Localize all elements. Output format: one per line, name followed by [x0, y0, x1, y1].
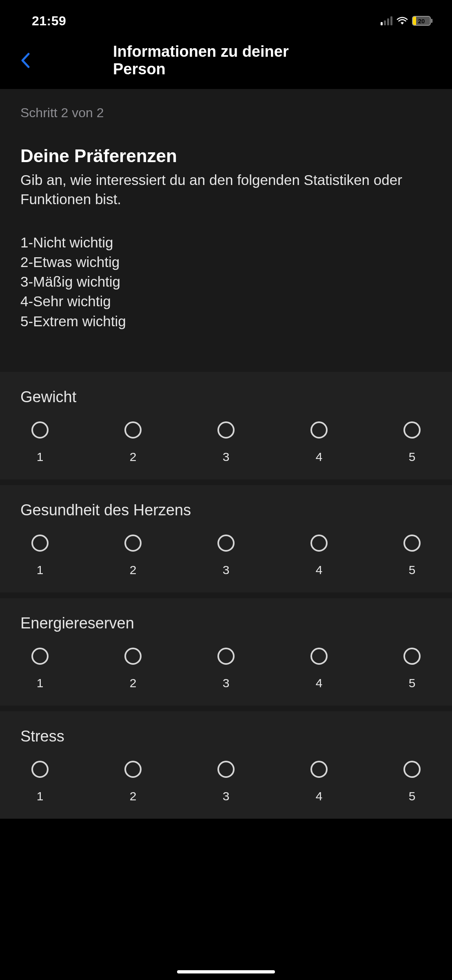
radio-circle-icon — [217, 648, 235, 665]
radio-option-3[interactable]: 3 — [211, 761, 241, 803]
radio-option-1[interactable]: 1 — [25, 648, 55, 690]
radio-circle-icon — [31, 648, 49, 665]
questions-list: Gewicht 1 2 3 4 — [0, 372, 452, 819]
radio-label: 1 — [37, 563, 44, 577]
question-label: Energiereserven — [20, 615, 432, 632]
radio-circle-icon — [124, 761, 142, 778]
radio-label: 2 — [130, 450, 137, 464]
radio-label: 1 — [37, 789, 44, 803]
radio-option-2[interactable]: 2 — [118, 535, 148, 577]
wifi-icon — [397, 16, 408, 25]
radio-label: 1 — [37, 676, 44, 690]
radio-label: 3 — [223, 789, 230, 803]
radio-circle-icon — [403, 535, 421, 552]
scale-item-1: 1-Nicht wichtig — [20, 233, 432, 252]
content: Schritt 2 von 2 Deine Präferenzen Gib an… — [0, 89, 452, 819]
radio-label: 2 — [130, 789, 137, 803]
status-bar: 21:59 20 — [0, 0, 452, 37]
cellular-signal-icon — [381, 16, 392, 25]
radio-label: 2 — [130, 563, 137, 577]
radio-circle-icon — [124, 535, 142, 552]
radio-circle-icon — [310, 761, 328, 778]
radio-circle-icon — [124, 421, 142, 439]
question-label: Gewicht — [20, 388, 432, 406]
radio-option-4[interactable]: 4 — [304, 421, 334, 464]
radio-label: 4 — [316, 450, 323, 464]
intro-section: Schritt 2 von 2 Deine Präferenzen Gib an… — [0, 89, 452, 372]
radio-circle-icon — [310, 421, 328, 439]
radio-circle-icon — [403, 648, 421, 665]
radio-row: 1 2 3 4 5 — [20, 761, 432, 803]
radio-option-5[interactable]: 5 — [397, 421, 427, 464]
nav-header: Informationen zu deiner Person — [0, 37, 452, 89]
scale-item-4: 4-Sehr wichtig — [20, 292, 432, 311]
radio-label: 3 — [223, 563, 230, 577]
radio-option-4[interactable]: 4 — [304, 648, 334, 690]
radio-option-4[interactable]: 4 — [304, 761, 334, 803]
scale-item-2: 2-Etwas wichtig — [20, 252, 432, 272]
radio-option-5[interactable]: 5 — [397, 535, 427, 577]
radio-option-2[interactable]: 2 — [118, 421, 148, 464]
question-block-energie: Energiereserven 1 2 3 4 — [0, 598, 452, 706]
radio-option-3[interactable]: 3 — [211, 535, 241, 577]
question-label: Stress — [20, 728, 432, 745]
radio-label: 4 — [316, 563, 323, 577]
radio-circle-icon — [217, 421, 235, 439]
radio-option-1[interactable]: 1 — [25, 421, 55, 464]
question-block-gewicht: Gewicht 1 2 3 4 — [0, 372, 452, 479]
radio-circle-icon — [217, 761, 235, 778]
radio-row: 1 2 3 4 5 — [20, 535, 432, 577]
radio-option-2[interactable]: 2 — [118, 648, 148, 690]
scale-item-5: 5-Extrem wichtig — [20, 312, 432, 331]
chevron-left-icon — [20, 52, 30, 69]
radio-circle-icon — [31, 535, 49, 552]
back-button[interactable] — [13, 48, 38, 73]
radio-option-3[interactable]: 3 — [211, 648, 241, 690]
radio-label: 2 — [130, 676, 137, 690]
radio-circle-icon — [31, 421, 49, 439]
radio-label: 5 — [409, 789, 416, 803]
question-label: Gesundheit des Herzens — [20, 501, 432, 519]
radio-option-2[interactable]: 2 — [118, 761, 148, 803]
battery-icon: 20 — [412, 16, 432, 26]
scale-legend: 1-Nicht wichtig 2-Etwas wichtig 3-Mäßig … — [20, 233, 432, 331]
radio-option-3[interactable]: 3 — [211, 421, 241, 464]
radio-label: 5 — [409, 450, 416, 464]
radio-option-1[interactable]: 1 — [25, 535, 55, 577]
status-icons: 20 — [381, 16, 432, 26]
radio-row: 1 2 3 4 5 — [20, 648, 432, 690]
battery-level: 20 — [418, 18, 425, 24]
radio-label: 3 — [223, 450, 230, 464]
step-label: Schritt 2 von 2 — [20, 105, 432, 120]
radio-option-5[interactable]: 5 — [397, 761, 427, 803]
radio-label: 4 — [316, 789, 323, 803]
radio-label: 1 — [37, 450, 44, 464]
status-time: 21:59 — [32, 13, 66, 29]
radio-circle-icon — [31, 761, 49, 778]
radio-circle-icon — [403, 421, 421, 439]
radio-circle-icon — [310, 535, 328, 552]
radio-option-1[interactable]: 1 — [25, 761, 55, 803]
radio-label: 3 — [223, 676, 230, 690]
page-title: Informationen zu deiner Person — [113, 43, 339, 78]
radio-option-5[interactable]: 5 — [397, 648, 427, 690]
question-block-stress: Stress 1 2 3 4 — [0, 711, 452, 819]
scale-item-3: 3-Mäßig wichtig — [20, 272, 432, 292]
home-indicator[interactable] — [177, 970, 275, 973]
radio-row: 1 2 3 4 5 — [20, 421, 432, 464]
radio-label: 5 — [409, 563, 416, 577]
radio-circle-icon — [124, 648, 142, 665]
radio-circle-icon — [403, 761, 421, 778]
radio-circle-icon — [310, 648, 328, 665]
section-title: Deine Präferenzen — [20, 146, 432, 166]
radio-label: 5 — [409, 676, 416, 690]
radio-circle-icon — [217, 535, 235, 552]
radio-label: 4 — [316, 676, 323, 690]
question-block-herz: Gesundheit des Herzens 1 2 3 4 — [0, 485, 452, 592]
radio-option-4[interactable]: 4 — [304, 535, 334, 577]
section-description: Gib an, wie interessiert du an den folge… — [20, 170, 432, 209]
